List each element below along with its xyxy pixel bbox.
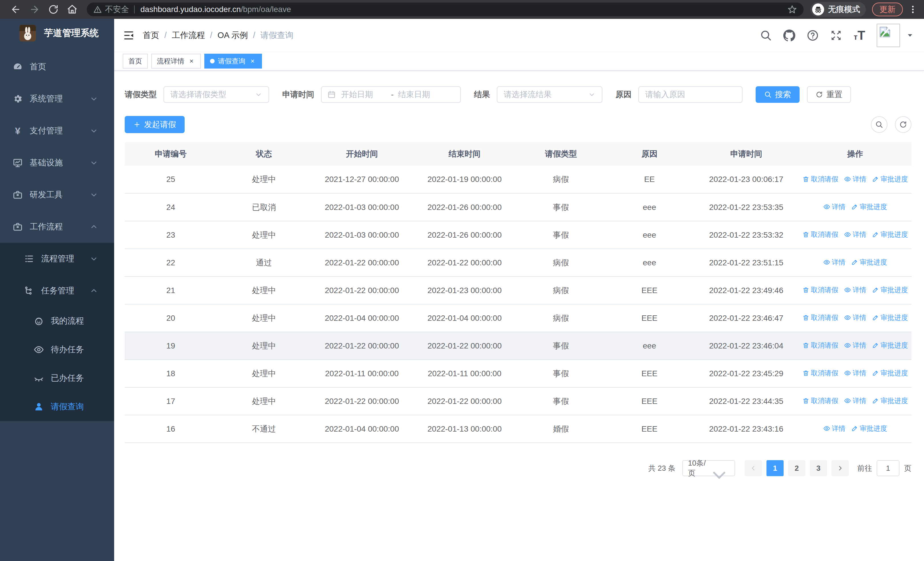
progress-link[interactable]: 审批进度 <box>851 202 887 211</box>
tag-tab[interactable]: 首页 <box>123 54 148 69</box>
progress-link[interactable]: 审批进度 <box>872 396 908 405</box>
progress-link[interactable]: 审批进度 <box>872 285 908 295</box>
sidebar-fold-icon[interactable] <box>123 29 135 41</box>
progress-link[interactable]: 审批进度 <box>872 368 908 378</box>
font-size-icon[interactable]: тT <box>854 28 865 42</box>
sidebar-item-leave-query[interactable]: 请假查询 <box>0 393 114 421</box>
cancel-leave-link[interactable]: 取消请假 <box>802 368 838 378</box>
cell-actions: 详情审批进度 <box>799 193 912 221</box>
sidebar-item-home[interactable]: 首页 <box>0 51 114 83</box>
cell-reason: eee <box>605 193 693 221</box>
action-label: 取消请假 <box>811 368 838 378</box>
tag-tab[interactable]: 请假查询× <box>204 54 262 69</box>
user-avatar[interactable] <box>877 24 900 47</box>
browser-menu-icon[interactable] <box>908 5 918 14</box>
detail-link[interactable]: 详情 <box>823 258 846 267</box>
navbar-actions: тT <box>760 24 914 47</box>
apply-time-range-input[interactable]: 开始日期 - 结束日期 <box>321 86 461 103</box>
tag-tab[interactable]: 流程详情× <box>151 54 201 69</box>
detail-link[interactable]: 详情 <box>823 202 846 211</box>
cell-start: 2022-01-22 00:00:00 <box>311 277 412 304</box>
sidebar-item-label: 研发工具 <box>30 189 90 200</box>
tab-close-icon[interactable]: × <box>249 58 256 65</box>
cell-end: 2022-01-11 00:00:00 <box>412 359 516 387</box>
detail-link[interactable]: 详情 <box>844 396 866 405</box>
page-button-1[interactable]: 1 <box>766 460 784 476</box>
action-label: 审批进度 <box>880 285 908 295</box>
create-leave-label: 发起请假 <box>144 119 176 130</box>
sidebar-item-process-mgmt[interactable]: 流程管理 <box>0 243 114 275</box>
sidebar-item-infra[interactable]: 基础设施 <box>0 147 114 179</box>
action-label: 详情 <box>853 341 866 350</box>
breadcrumb-item[interactable]: 工作流程 <box>172 30 205 41</box>
help-icon[interactable] <box>807 29 819 41</box>
browser-reload-icon[interactable] <box>48 4 59 15</box>
github-icon[interactable] <box>783 29 795 41</box>
refresh-table-button[interactable] <box>895 116 912 133</box>
search-icon[interactable] <box>760 29 772 41</box>
reason-input[interactable] <box>638 86 742 103</box>
cell-start: 2022-01-22 00:00:00 <box>311 249 412 277</box>
action-label: 审批进度 <box>860 258 887 267</box>
detail-link[interactable]: 详情 <box>844 341 866 350</box>
detail-link[interactable]: 详情 <box>823 424 846 433</box>
cancel-leave-link[interactable]: 取消请假 <box>802 341 838 350</box>
cancel-leave-link[interactable]: 取消请假 <box>802 313 838 322</box>
breadcrumb-item[interactable]: OA 示例 <box>218 30 248 41</box>
detail-link[interactable]: 详情 <box>844 230 866 239</box>
browser-update-button[interactable]: 更新 <box>872 3 903 16</box>
progress-link[interactable]: 审批进度 <box>851 258 887 267</box>
cancel-leave-link[interactable]: 取消请假 <box>802 285 838 295</box>
page-content: 请假类型 请选择请假类型 申请时间 开始日期 - 结束日期 结果 请选择流结果 <box>114 71 924 561</box>
reset-button[interactable]: 重置 <box>807 86 851 103</box>
sidebar-item-task-mgmt[interactable]: 任务管理 <box>0 275 114 307</box>
progress-link[interactable]: 审批进度 <box>872 313 908 322</box>
progress-link[interactable]: 审批进度 <box>872 230 908 239</box>
detail-link[interactable]: 详情 <box>844 368 866 378</box>
browser-back-icon[interactable] <box>10 4 21 15</box>
progress-link[interactable]: 审批进度 <box>872 174 908 183</box>
sidebar-item-done-tasks[interactable]: 已办任务 <box>0 364 114 393</box>
sidebar-item-payment[interactable]: ¥支付管理 <box>0 115 114 147</box>
cell-status: 处理中 <box>217 165 311 193</box>
sidebar-item-workflow[interactable]: 工作流程 <box>0 211 114 243</box>
cancel-leave-link[interactable]: 取消请假 <box>802 174 838 183</box>
sidebar-item-my-process[interactable]: 我的流程 <box>0 307 114 335</box>
detail-link[interactable]: 详情 <box>844 285 866 295</box>
detail-link[interactable]: 详情 <box>844 313 866 322</box>
bookmark-star-icon[interactable] <box>788 5 797 14</box>
page-size-select[interactable]: 10条/页 <box>682 460 735 476</box>
browser-home-icon[interactable] <box>67 4 78 15</box>
avatar-caret-icon[interactable] <box>906 32 914 39</box>
sidebar-item-devtools[interactable]: 研发工具 <box>0 179 114 211</box>
tab-close-icon[interactable]: × <box>188 58 195 65</box>
next-page-button[interactable] <box>831 460 849 476</box>
address-bar[interactable]: 不安全 dashboard.yudao.iocoder.cn /bpm/oa/l… <box>87 3 804 16</box>
browser-forward-icon[interactable] <box>29 4 40 15</box>
detail-link[interactable]: 详情 <box>844 174 866 183</box>
sidebar-item-system[interactable]: 系统管理 <box>0 83 114 115</box>
action-label: 审批进度 <box>880 313 908 322</box>
show-search-button[interactable] <box>871 116 888 133</box>
create-leave-button[interactable]: 发起请假 <box>125 116 184 133</box>
goto-page-input[interactable] <box>877 460 900 476</box>
page-button-2[interactable]: 2 <box>788 460 805 476</box>
search-button[interactable]: 搜索 <box>756 86 800 103</box>
prev-page-button[interactable] <box>745 460 762 476</box>
progress-link[interactable]: 审批进度 <box>872 341 908 350</box>
sidebar-item-todo-tasks[interactable]: 待办任务 <box>0 335 114 364</box>
tab-label: 流程详情 <box>157 57 184 66</box>
pagination: 共 23 条 10条/页 123 前往 页 <box>125 460 912 476</box>
result-select[interactable]: 请选择流结果 <box>497 86 602 103</box>
leave-type-select[interactable]: 请选择请假类型 <box>164 86 269 103</box>
breadcrumb-item[interactable]: 首页 <box>142 30 159 41</box>
page-button-3[interactable]: 3 <box>810 460 827 476</box>
breadcrumb-item: 请假查询 <box>261 30 294 41</box>
cancel-leave-link[interactable]: 取消请假 <box>802 230 838 239</box>
search-icon <box>875 120 883 129</box>
cell-id: 23 <box>125 221 217 249</box>
progress-link[interactable]: 审批进度 <box>851 424 887 433</box>
table-row: 25处理中2021-12-27 00:00:002022-01-19 00:00… <box>125 165 912 193</box>
cancel-leave-link[interactable]: 取消请假 <box>802 396 838 405</box>
fullscreen-icon[interactable] <box>830 29 842 41</box>
